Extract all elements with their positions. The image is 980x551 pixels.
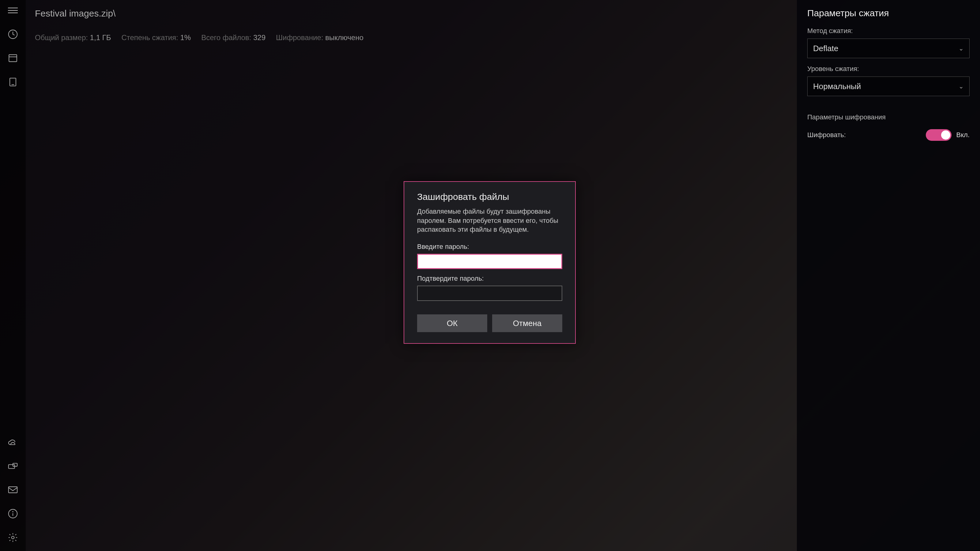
password-label: Введите пароль: <box>417 243 562 251</box>
dialog-desc: Добавляемые файлы будут зашифрованы паро… <box>417 207 562 234</box>
ok-button[interactable]: ОК <box>417 314 487 332</box>
modal-overlay: Зашифровать файлы Добавляемые файлы буду… <box>0 0 980 551</box>
confirm-label: Подтвердите пароль: <box>417 275 562 283</box>
cancel-button[interactable]: Отмена <box>492 314 562 332</box>
encrypt-dialog: Зашифровать файлы Добавляемые файлы буду… <box>404 181 576 344</box>
password-input[interactable] <box>417 254 562 269</box>
confirm-password-input[interactable] <box>417 286 562 301</box>
dialog-title: Зашифровать файлы <box>417 192 562 202</box>
